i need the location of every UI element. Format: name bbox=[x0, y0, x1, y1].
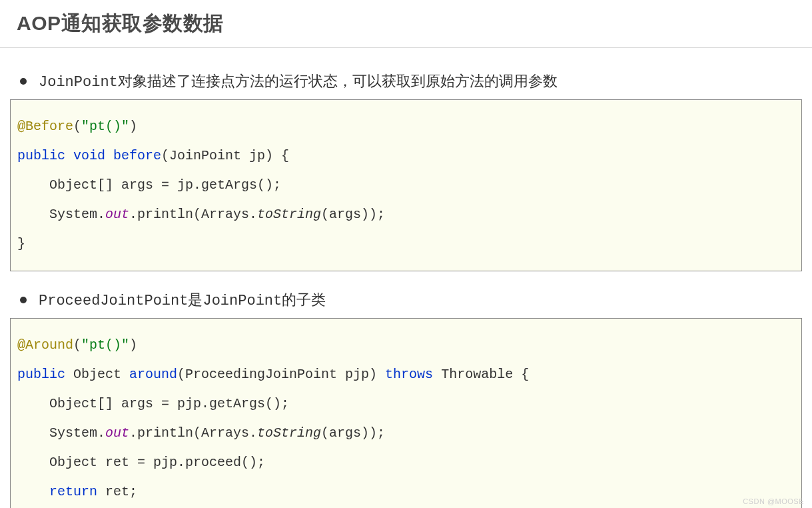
keyword: void bbox=[73, 148, 105, 163]
code-text: .println(Arrays. bbox=[129, 207, 257, 222]
bullet-marker-icon bbox=[20, 78, 27, 85]
code-block-before: @Before("pt()") public void before(JoinP… bbox=[10, 99, 802, 271]
text: 是 bbox=[188, 291, 203, 308]
bullet-marker-icon bbox=[20, 297, 27, 303]
text: 的子类 bbox=[282, 291, 326, 308]
annotation: @Around bbox=[17, 337, 73, 353]
page-header: AOP通知获取参数数据 bbox=[0, 0, 812, 48]
keyword: public bbox=[17, 367, 65, 382]
keyword: throws bbox=[385, 367, 433, 382]
content-area: JoinPoint对象描述了连接点方法的运行状态，可以获取到原始方法的调用参数 … bbox=[0, 48, 812, 508]
page-title: AOP通知获取参数数据 bbox=[17, 10, 795, 37]
func-name: before bbox=[113, 148, 161, 163]
string-literal: "pt()" bbox=[81, 119, 129, 134]
mono-text: JoinPoint bbox=[203, 293, 282, 309]
code-text bbox=[17, 484, 49, 499]
code-text: .println(Arrays. bbox=[129, 425, 257, 441]
string-literal: "pt()" bbox=[81, 337, 129, 353]
text: 对象描述了连接点方法的运行状态，可以获取到原始方法的调用参数 bbox=[118, 73, 558, 89]
func-name: around bbox=[129, 367, 177, 382]
code-text: (ProceedingJoinPoint pjp) bbox=[177, 367, 385, 382]
bullet-text-2: ProceedJointPoint是JoinPoint的子类 bbox=[39, 290, 326, 310]
code-text: Throwable { bbox=[433, 367, 529, 382]
code-line: Object[] args = jp.getArgs(); bbox=[17, 177, 281, 193]
code-line: Object[] args = pjp.getArgs(); bbox=[17, 396, 289, 411]
code-text: (args)); bbox=[321, 207, 385, 222]
static-field: out bbox=[105, 207, 129, 222]
code-line: Object ret = pjp.proceed(); bbox=[17, 455, 265, 470]
bullet-text-1: JoinPoint对象描述了连接点方法的运行状态，可以获取到原始方法的调用参数 bbox=[39, 71, 558, 91]
mono-text: JoinPoint bbox=[39, 74, 118, 91]
watermark: CSDN @MOOSE bbox=[743, 497, 804, 505]
static-method: toString bbox=[257, 207, 321, 222]
static-field: out bbox=[105, 425, 129, 441]
bullet-item-1: JoinPoint对象描述了连接点方法的运行状态，可以获取到原始方法的调用参数 bbox=[20, 71, 802, 91]
code-text: System. bbox=[17, 207, 105, 222]
code-text: Object bbox=[65, 367, 129, 382]
bullet-item-2: ProceedJointPoint是JoinPoint的子类 bbox=[20, 290, 802, 310]
mono-text: ProceedJointPoint bbox=[39, 293, 188, 309]
code-text: (JoinPoint jp) { bbox=[161, 148, 289, 163]
keyword: public bbox=[17, 148, 65, 163]
code-line: } bbox=[17, 236, 25, 251]
annotation: @Before bbox=[17, 119, 73, 134]
keyword: return bbox=[49, 484, 97, 499]
code-text: ret; bbox=[97, 484, 137, 499]
code-block-around: @Around("pt()") public Object around(Pro… bbox=[10, 318, 802, 508]
code-text: System. bbox=[17, 425, 105, 441]
static-method: toString bbox=[257, 425, 321, 441]
code-text: (args)); bbox=[321, 425, 385, 441]
